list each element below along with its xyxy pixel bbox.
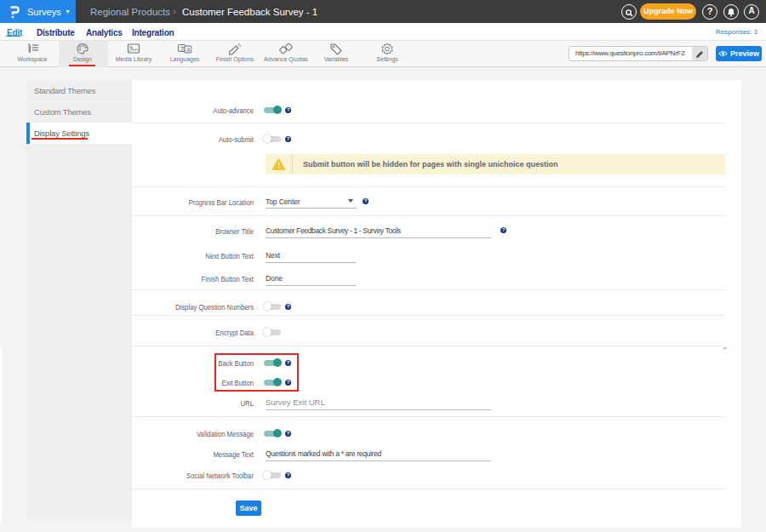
svg-text:文: 文	[180, 45, 186, 51]
svg-text:A: A	[186, 47, 191, 53]
